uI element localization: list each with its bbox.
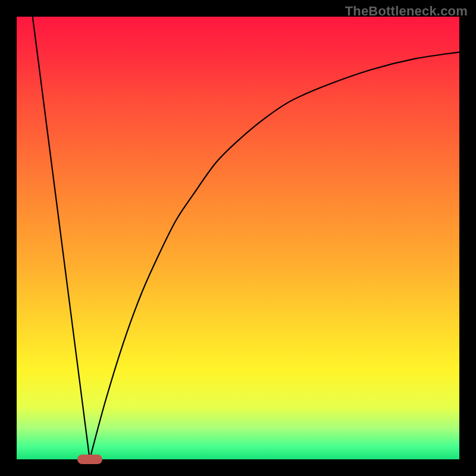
optimum-marker: [77, 455, 102, 464]
watermark-text: TheBottleneck.com: [345, 4, 468, 19]
plot-area: [17, 17, 459, 459]
right-branch-line: [90, 52, 459, 459]
left-branch-line: [33, 17, 90, 459]
chart-curves: [17, 17, 459, 459]
chart-frame: TheBottleneck.com: [0, 0, 476, 476]
